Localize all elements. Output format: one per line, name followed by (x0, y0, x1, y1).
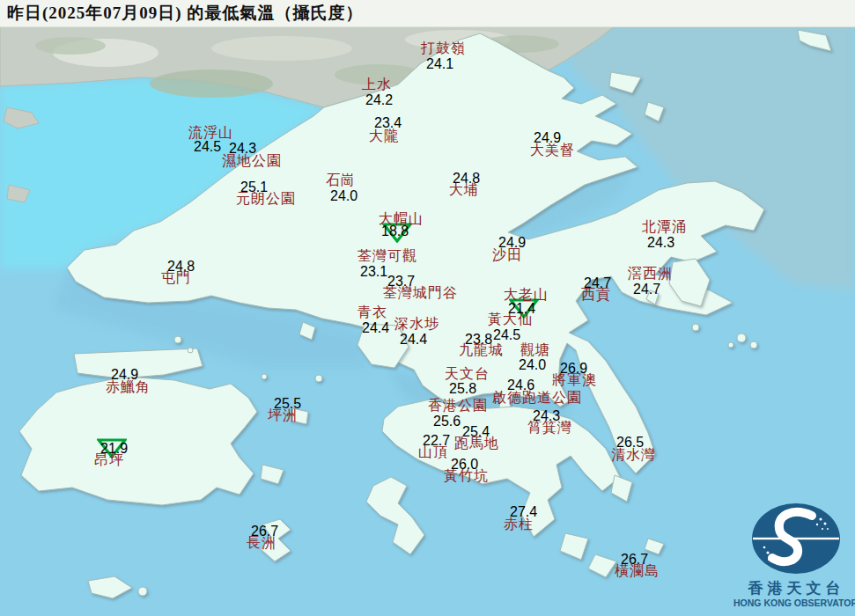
station-value-label: 24.5 (194, 140, 221, 154)
page-title: 昨日(2025年07月09日) 的最低氣溫（攝氏度） (0, 2, 363, 25)
station-value-label: 24.9 (498, 236, 526, 250)
station-value-label: 27.4 (510, 505, 537, 519)
hko-min-temp-map-page: 昨日(2025年07月09日) 的最低氣溫（攝氏度） 24.1打鼓嶺24.2上水… (0, 0, 855, 616)
station-value-label: 24.4 (400, 333, 427, 347)
hko-logo-emblem (741, 502, 851, 576)
station-value-label: 24.9 (111, 368, 138, 382)
station-name-label: 清水灣 (611, 448, 656, 462)
station-name-label: 上水 (362, 77, 392, 92)
station-value-label: 24.7 (633, 282, 660, 297)
station-value-label: 18.8 (381, 224, 409, 238)
station-value-label: 24.3 (647, 236, 674, 250)
station-value-label: 25.6 (433, 414, 461, 429)
station-name-label: 觀塘 (520, 343, 550, 357)
station-value-label: 24.6 (507, 378, 534, 392)
station-name-label: 大老山 (504, 288, 549, 302)
station-name-label: 沙田 (492, 248, 522, 262)
station-value-label: 23.1 (360, 265, 387, 279)
station-name-label: 流浮山 (188, 126, 233, 140)
title-bar: 昨日(2025年07月09日) 的最低氣溫（攝氏度） (0, 0, 855, 27)
station-value-label: 24.1 (426, 57, 453, 71)
station-value-label: 25.1 (240, 180, 268, 194)
station-value-label: 26.9 (560, 362, 587, 376)
station-name-label: 青衣 (357, 305, 387, 319)
station-value-label: 22.7 (423, 434, 450, 448)
station-value-label: 24.3 (533, 409, 560, 423)
station-name-label: 大美督 (530, 143, 575, 158)
station-name-label: 啟德跑道公園 (492, 391, 582, 405)
station-value-label: 24.4 (362, 321, 389, 335)
station-name-label: 赤鱲角 (106, 380, 151, 394)
station-value-label: 26.0 (451, 458, 478, 472)
station-name-label: 香港公園 (428, 399, 488, 413)
station-value-label: 24.2 (365, 93, 393, 107)
station-value-label: 26.7 (621, 553, 648, 567)
hko-logo-chinese-name: 香港天文台 (741, 580, 851, 598)
station-name-label: 北潭涌 (642, 220, 687, 234)
station-value-label: 24.3 (229, 142, 256, 156)
station-value-label: 24.8 (167, 260, 195, 274)
station-value-label: 25.5 (274, 397, 301, 411)
station-name-label: 荃灣可觀 (357, 249, 417, 263)
station-layer: 24.1打鼓嶺24.2上水23.4大隴24.5流浮山24.3濕地公園25.1元朗… (0, 0, 855, 616)
station-name-label: 大隴 (369, 129, 399, 143)
station-name-label: 濕地公園 (222, 154, 282, 168)
station-value-label: 24.0 (519, 358, 546, 372)
hko-logo: 香港天文台 HONG KONG OBSERVATORY (741, 502, 851, 609)
station-value-label: 25.8 (449, 382, 476, 396)
station-value-label: 26.7 (251, 524, 278, 539)
station-value-label: 21.4 (508, 302, 535, 316)
station-value-label: 25.4 (462, 425, 490, 439)
station-name-label: 赤柱 (504, 517, 534, 532)
station-value-label: 24.8 (453, 172, 480, 186)
station-value-label: 24.7 (584, 276, 611, 290)
station-name-label: 打鼓嶺 (421, 41, 466, 55)
station-value-label: 21.9 (100, 442, 128, 456)
station-value-label: 24.5 (493, 328, 520, 342)
station-value-label: 26.5 (616, 436, 644, 450)
station-value-label: 24.0 (330, 189, 357, 203)
station-name-label: 深水埗 (394, 317, 439, 331)
station-name-label: 石崗 (326, 173, 356, 187)
station-value-label: 23.4 (374, 116, 402, 130)
station-value-label: 24.9 (534, 131, 561, 145)
station-value-label: 23.7 (387, 275, 415, 289)
station-value-label: 23.8 (465, 333, 492, 347)
hko-logo-english-name: HONG KONG OBSERVATORY (733, 598, 851, 609)
station-name-label: 滘西洲 (628, 267, 673, 281)
station-name-label: 天文台 (445, 367, 490, 381)
